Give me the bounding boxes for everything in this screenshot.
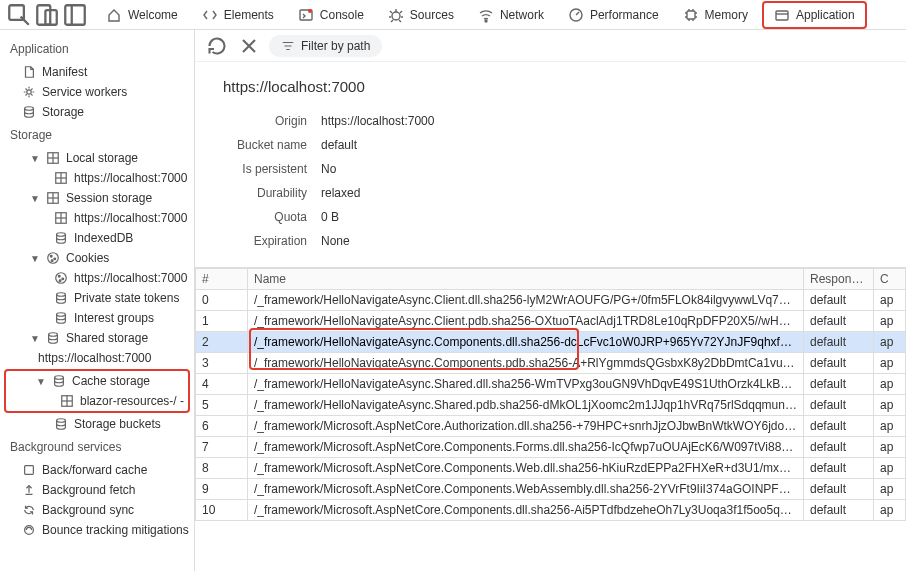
table-row[interactable]: 5/_framework/HelloNavigateAsync.Shared.p… [196,395,906,416]
svg-point-33 [58,275,60,277]
inspect-icon[interactable] [6,2,32,28]
tab-application[interactable]: Application [762,1,867,29]
sidebar-section-storage: Storage [0,122,194,148]
svg-rect-3 [65,5,85,25]
svg-point-30 [54,258,56,260]
table-row[interactable]: 0/_framework/HelloNavigateAsync.Client.d… [196,290,906,311]
table-header[interactable]: Response... [804,269,874,290]
detail-row: Originhttps://localhost:7000 [215,109,886,133]
sidebar-item-back-forward-cache[interactable]: Back/forward cache [0,460,194,480]
svg-rect-11 [776,11,788,20]
tree-child[interactable]: https://localhost:7000 [0,208,194,228]
cache-entries-table-wrap: #NameResponse...C 0/_framework/HelloNavi… [195,268,906,571]
detail-row: Quota0 B [215,205,886,229]
tree-private-state-tokens[interactable]: Private state tokens [0,288,194,308]
table-row[interactable]: 10/_framework/Microsoft.AspNetCore.Compo… [196,500,906,521]
cache-entries-table: #NameResponse...C 0/_framework/HelloNavi… [195,268,906,521]
sidebar-item-background-sync[interactable]: Background sync [0,500,194,520]
svg-point-31 [51,260,53,262]
svg-point-6 [308,9,312,13]
table-row[interactable]: 3/_framework/HelloNavigateAsync.Componen… [196,353,906,374]
svg-point-34 [62,278,64,280]
svg-rect-44 [25,466,34,475]
svg-point-35 [59,280,61,282]
tab-performance[interactable]: Performance [558,1,669,29]
svg-rect-10 [687,11,695,19]
table-row[interactable]: 2/_framework/HelloNavigateAsync.Componen… [196,332,906,353]
svg-rect-1 [37,5,50,25]
tab-network[interactable]: Network [468,1,554,29]
table-row[interactable]: 6/_framework/Microsoft.AspNetCore.Author… [196,416,906,437]
svg-point-36 [57,293,66,297]
tree-cache-child[interactable]: blazor-resources-/ - https [6,391,188,411]
tab-welcome[interactable]: Welcome [96,1,188,29]
tree-storage-buckets[interactable]: Storage buckets [0,414,194,434]
detail-row: Durabilityrelaxed [215,181,886,205]
sidebar-section-background: Background services [0,434,194,460]
device-toggle-icon[interactable] [34,2,60,28]
tree-local-storage[interactable]: ▼Local storage [0,148,194,168]
tree-interest-groups[interactable]: Interest groups [0,308,194,328]
svg-point-37 [57,313,66,317]
table-row[interactable]: 9/_framework/Microsoft.AspNetCore.Compon… [196,479,906,500]
sidebar-item-service-workers[interactable]: Service workers [0,82,194,102]
table-row[interactable]: 8/_framework/Microsoft.AspNetCore.Compon… [196,458,906,479]
table-header[interactable]: C [874,269,906,290]
tab-elements[interactable]: Elements [192,1,284,29]
table-header[interactable]: Name [248,269,804,290]
svg-point-38 [49,333,58,337]
filter-icon [281,39,295,53]
sidebar-item-bounce-tracking-mitigations[interactable]: Bounce tracking mitigations [0,520,194,540]
svg-point-27 [57,233,66,237]
tabs-bar: WelcomeElementsConsoleSourcesNetworkPerf… [96,1,867,29]
clear-button[interactable] [237,34,261,58]
devtools-topbar: WelcomeElementsConsoleSourcesNetworkPerf… [0,0,906,30]
dock-icon[interactable] [62,2,88,28]
table-row[interactable]: 4/_framework/HelloNavigateAsync.Shared.d… [196,374,906,395]
tab-memory[interactable]: Memory [673,1,758,29]
cache-detail-panel: https://localhost:7000 Originhttps://loc… [195,62,906,268]
tab-console[interactable]: Console [288,1,374,29]
tab-sources[interactable]: Sources [378,1,464,29]
tree-session-storage[interactable]: ▼Session storage [0,188,194,208]
svg-point-8 [485,20,487,22]
content-toolbar: Filter by path [195,30,906,62]
tree-shared-storage[interactable]: ▼Shared storage [0,328,194,348]
svg-point-43 [57,419,66,423]
svg-point-14 [25,107,34,111]
detail-title: https://localhost:7000 [223,78,886,95]
refresh-button[interactable] [205,34,229,58]
tree-cache-storage[interactable]: ▼Cache storage [6,371,188,391]
table-row[interactable]: 7/_framework/Microsoft.AspNetCore.Compon… [196,437,906,458]
table-row[interactable]: 1/_framework/HelloNavigateAsync.Client.p… [196,311,906,332]
tree-indexeddb[interactable]: IndexedDB [0,228,194,248]
detail-row: Is persistentNo [215,157,886,181]
svg-point-7 [392,12,400,20]
application-sidebar: Application ManifestService workersStora… [0,30,195,571]
detail-row: ExpirationNone [215,229,886,253]
tree-child[interactable]: https://localhost:7000 [0,268,194,288]
svg-point-39 [55,376,64,380]
detail-row: Bucket namedefault [215,133,886,157]
sidebar-item-background-fetch[interactable]: Background fetch [0,480,194,500]
tree-cookies[interactable]: ▼Cookies [0,248,194,268]
sidebar-item-manifest[interactable]: Manifest [0,62,194,82]
sidebar-item-storage[interactable]: Storage [0,102,194,122]
table-header[interactable]: # [196,269,248,290]
sidebar-section-application: Application [0,36,194,62]
svg-point-13 [27,90,31,94]
svg-point-29 [50,255,52,257]
tree-child[interactable]: https://localhost:7000 [0,168,194,188]
tree-child[interactable]: https://localhost:7000 [0,348,194,368]
filter-input[interactable]: Filter by path [269,35,382,57]
